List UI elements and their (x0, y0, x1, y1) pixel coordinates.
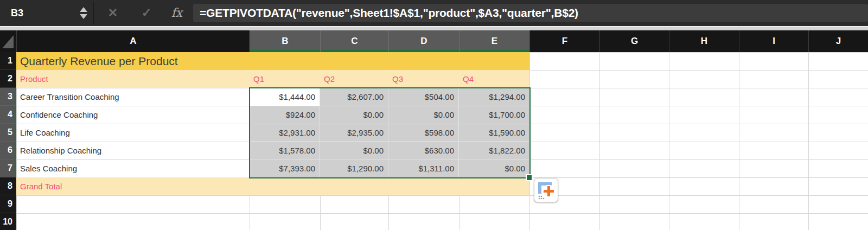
select-all-triangle-icon (0, 30, 16, 52)
cell-b6[interactable]: $1,578.00 (250, 142, 320, 159)
cell-a7[interactable]: Sales Coaching (17, 160, 249, 177)
formula-bar-divider (93, 2, 94, 24)
cell-a3[interactable]: Career Transition Coaching (17, 88, 249, 106)
name-box-spinner[interactable] (79, 0, 88, 26)
fill-handle[interactable] (526, 174, 533, 181)
cell-c5[interactable]: $2,935.00 (320, 124, 388, 142)
column-header-a[interactable]: A (16, 30, 250, 52)
column-header-e[interactable]: E (459, 30, 529, 52)
header-row-cells[interactable]: Product Q1 Q2 Q3 Q4 (16, 70, 529, 88)
formula-input[interactable]: =GETPIVOTDATA("revenue",Sheet1!$A$1,"pro… (193, 4, 868, 22)
gridline (16, 195, 868, 196)
cell-b5[interactable]: $2,931.00 (250, 124, 320, 142)
quarter-label-q3: Q3 (392, 70, 403, 88)
column-header-d[interactable]: D (388, 30, 459, 52)
cell-d5[interactable]: $598.00 (388, 124, 459, 142)
column-header-row: A B C D E F G H I J (0, 30, 868, 52)
gridline (739, 52, 739, 230)
grand-total-cell[interactable]: Grand Total (16, 177, 529, 195)
spreadsheet-grid: Quarterly Revenue per Product Product Q1… (0, 52, 868, 230)
cell-a6[interactable]: Relationship Coaching (17, 142, 249, 159)
column-header-f[interactable]: F (529, 30, 599, 52)
row-header-2[interactable]: 2 (0, 70, 16, 88)
cell-b3-active[interactable]: $1,444.00 (250, 88, 320, 106)
cell-d7[interactable]: $1,311.00 (388, 159, 459, 177)
title-cell[interactable]: Quarterly Revenue per Product (16, 52, 529, 70)
cell-b4[interactable]: $924.00 (250, 106, 320, 124)
insert-function-icon[interactable]: fx (167, 0, 187, 26)
cell-c6[interactable]: $0.00 (320, 142, 388, 159)
cell-b7[interactable]: $7,393.00 (250, 159, 320, 177)
quarter-label-q1: Q1 (253, 70, 264, 88)
cell-d6[interactable]: $630.00 (388, 142, 459, 159)
cell-c3[interactable]: $2,607.00 (320, 88, 388, 106)
autofill-options-button[interactable] (534, 178, 558, 202)
product-column-label: Product (20, 70, 48, 88)
gridline (808, 52, 809, 230)
cancel-icon[interactable]: ✕ (103, 0, 123, 26)
row-header-8[interactable]: 8 (0, 177, 16, 195)
column-header-g[interactable]: G (599, 30, 669, 52)
gridline (599, 52, 600, 230)
column-header-j[interactable]: J (808, 30, 868, 52)
row-header-6[interactable]: 6 (0, 142, 16, 159)
gridline (669, 52, 669, 230)
row-header-10[interactable]: 10 (0, 213, 16, 230)
quarter-label-q4: Q4 (463, 70, 474, 88)
sheet-title: Quarterly Revenue per Product (20, 55, 178, 67)
row-header-9[interactable]: 9 (0, 195, 16, 213)
select-all-button[interactable] (0, 30, 16, 52)
spinner-up-icon[interactable] (80, 7, 87, 12)
cell-e7[interactable]: $0.00 (459, 159, 529, 177)
quarter-label-q2: Q2 (324, 70, 335, 88)
gridline (16, 213, 868, 214)
column-header-b[interactable]: B (250, 30, 320, 52)
row-header-7[interactable]: 7 (0, 159, 16, 177)
autofill-options-icon (534, 178, 558, 202)
column-header-h[interactable]: H (669, 30, 739, 52)
row-header-4[interactable]: 4 (0, 106, 16, 124)
cell-a5[interactable]: Life Coaching (17, 124, 249, 142)
cell-c7[interactable]: $1,290.00 (320, 159, 388, 177)
cell-c4[interactable]: $0.00 (320, 106, 388, 124)
grand-total-label: Grand Total (20, 177, 62, 195)
enter-icon[interactable]: ✓ (137, 0, 156, 26)
column-header-i[interactable]: I (739, 30, 808, 52)
cell-e3[interactable]: $1,294.00 (459, 88, 529, 106)
selected-range-b3-e7[interactable]: $1,444.00 $2,607.00 $504.00 $1,294.00 $9… (249, 87, 531, 178)
cell-e6[interactable]: $1,822.00 (459, 142, 529, 159)
column-header-c[interactable]: C (320, 30, 388, 52)
row-header-1[interactable]: 1 (0, 52, 16, 70)
cell-e5[interactable]: $1,590.00 (459, 124, 529, 142)
row-header-3[interactable]: 3 (0, 88, 16, 106)
cell-a4[interactable]: Confidence Coaching (17, 106, 249, 124)
cell-e4[interactable]: $1,700.00 (459, 106, 529, 124)
cell-d3[interactable]: $504.00 (388, 88, 459, 106)
spinner-down-icon[interactable] (80, 14, 87, 19)
row-header-column: 1 2 3 4 5 6 7 8 9 10 (0, 52, 16, 230)
cell-d4[interactable]: $0.00 (388, 106, 459, 124)
formula-bar: B3 ✕ ✓ fx =GETPIVOTDATA("revenue",Sheet1… (0, 0, 868, 26)
name-box[interactable]: B3 (11, 0, 23, 26)
toolbar-grid-separator (0, 26, 868, 30)
row-header-5[interactable]: 5 (0, 124, 16, 142)
